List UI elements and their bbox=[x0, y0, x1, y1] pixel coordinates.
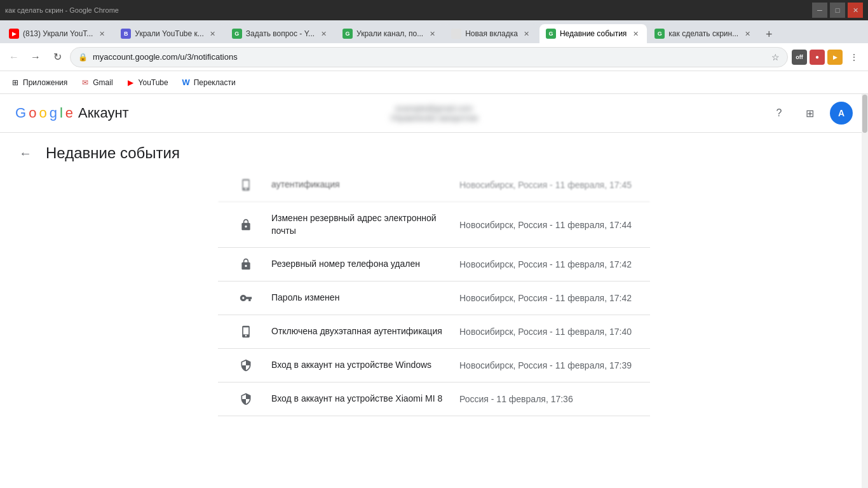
tab-close-1[interactable]: ✕ bbox=[97, 29, 107, 39]
event-location-0: Новосибирск, Россия - 11 февраля, 17:45 bbox=[459, 180, 635, 190]
blurred-user-info: example@gmail.com Управление аккаунтом bbox=[390, 104, 478, 123]
logo-g: G bbox=[15, 105, 26, 121]
tab-close-5[interactable]: ✕ bbox=[522, 29, 532, 39]
event-description-6: Вход в аккаунт на устройстве Xiaomi MI 8 bbox=[271, 393, 447, 405]
event-location-1: Новосибирск, Россия - 11 февраля, 17:44 bbox=[459, 220, 635, 230]
toolbar: ← → ↻ 🔒 myaccount.google.com/u/3/notific… bbox=[0, 43, 868, 71]
event-description-0: аутентификация bbox=[271, 179, 447, 191]
back-button[interactable]: ← bbox=[15, 143, 36, 163]
event-description-4: Отключена двухэтапная аутентификация bbox=[271, 325, 447, 338]
tab-label-6: Недавние события bbox=[560, 29, 627, 38]
extension-icon-1[interactable]: off bbox=[792, 50, 807, 65]
translate-icon: W bbox=[181, 78, 191, 88]
bookmark-youtube-label: YouTube bbox=[139, 78, 168, 87]
event-row-6: Вход в аккаунт на устройстве Xiaomi MI 8… bbox=[218, 383, 650, 416]
logo-o1: o bbox=[29, 105, 36, 121]
scrollbar-track[interactable] bbox=[862, 94, 868, 488]
bookmark-apps-label: Приложения bbox=[23, 78, 67, 87]
logo-g2: g bbox=[50, 105, 57, 121]
bookmark-youtube[interactable]: ▶ YouTube bbox=[121, 75, 173, 90]
event-description-2: Резервный номер телефона удален bbox=[271, 258, 447, 271]
tab-close-6[interactable]: ✕ bbox=[630, 29, 641, 39]
window-title-label: как сделать скрин - Google Chrome bbox=[5, 6, 119, 14]
tab-favicon-3: G bbox=[232, 29, 242, 39]
tab-close-2[interactable]: ✕ bbox=[208, 29, 218, 39]
page-header-right: ? ⊞ А bbox=[769, 102, 853, 125]
event-description-5: Вход в аккаунт на устройстве Windows bbox=[271, 359, 447, 372]
tab-close-7[interactable]: ✕ bbox=[742, 29, 752, 39]
page-header: Google Аккаунт example@gmail.com Управле… bbox=[0, 94, 868, 133]
event-row-5: Вход в аккаунт на устройстве Windows Нов… bbox=[218, 349, 650, 383]
event-location-5: Новосибирск, Россия - 11 февраля, 17:39 bbox=[459, 360, 635, 370]
tab-4[interactable]: G Украли канал, по... ✕ bbox=[336, 24, 444, 43]
event-row-0: аутентификация Новосибирск, Россия - 11 … bbox=[218, 168, 650, 202]
tab-close-3[interactable]: ✕ bbox=[318, 29, 329, 39]
user-avatar[interactable]: А bbox=[830, 102, 853, 125]
apps-grid-button[interactable]: ⊞ bbox=[799, 103, 820, 123]
forward-nav-button[interactable]: → bbox=[27, 48, 44, 66]
event-location-4: Новосибирск, Россия - 11 февраля, 17:40 bbox=[459, 327, 635, 337]
tab-bar: ▶ (813) Украли YouT... ✕ B Украли YouTub… bbox=[0, 20, 868, 43]
event-icon-3 bbox=[233, 292, 259, 304]
event-icon-1 bbox=[233, 219, 259, 231]
address-bar[interactable]: 🔒 myaccount.google.com/u/3/notifications… bbox=[70, 47, 788, 67]
bookmark-apps[interactable]: ⊞ Приложения bbox=[5, 75, 72, 90]
logo-l: l bbox=[60, 105, 63, 121]
menu-button[interactable]: ⋮ bbox=[845, 48, 863, 66]
reload-button[interactable]: ↻ bbox=[48, 48, 66, 66]
event-icon-2 bbox=[233, 258, 259, 271]
lock-icon: 🔒 bbox=[78, 53, 88, 62]
scrollbar-thumb[interactable] bbox=[862, 95, 867, 133]
event-description-1: Изменен резервный адрес электронной почт… bbox=[271, 212, 447, 237]
tab-favicon-1: ▶ bbox=[9, 29, 19, 39]
extension-icon-3[interactable]: ▶ bbox=[827, 50, 843, 65]
tab-1[interactable]: ▶ (813) Украли YouT... ✕ bbox=[3, 24, 113, 43]
google-logo: Google Аккаунт bbox=[15, 105, 129, 121]
tab-label-5: Новая вкладка bbox=[465, 29, 518, 38]
browser-titlebar: как сделать скрин - Google Chrome ─ □ ✕ bbox=[0, 0, 868, 20]
tab-label-7: как сделать скрин... bbox=[668, 29, 738, 38]
tab-6[interactable]: G Недавние события ✕ bbox=[539, 24, 647, 43]
tab-favicon-2: B bbox=[121, 29, 131, 39]
page-title: Недавние события bbox=[46, 144, 180, 162]
bookmark-translate-label: Перекласти bbox=[194, 78, 236, 87]
close-button[interactable]: ✕ bbox=[848, 3, 863, 18]
bookmarks-bar: ⊞ Приложения ✉ Gmail ▶ YouTube W Перекла… bbox=[0, 71, 868, 94]
event-row-2: Резервный номер телефона удален Новосиби… bbox=[218, 248, 650, 281]
minimize-button[interactable]: ─ bbox=[812, 3, 827, 18]
youtube-icon: ▶ bbox=[126, 78, 136, 88]
event-row-1: Изменен резервный адрес электронной почт… bbox=[218, 202, 650, 248]
tab-2[interactable]: B Украли YouTube к... ✕ bbox=[114, 24, 224, 43]
event-row-4: Отключена двухэтапная аутентификация Нов… bbox=[218, 315, 650, 349]
event-description-3: Пароль изменен bbox=[271, 292, 447, 304]
event-icon-0 bbox=[233, 179, 259, 191]
tab-label-1: (813) Украли YouT... bbox=[23, 29, 93, 38]
tab-close-4[interactable]: ✕ bbox=[427, 29, 437, 39]
bookmark-gmail-label: Gmail bbox=[93, 78, 112, 87]
tab-label-3: Задать вопрос - Y... bbox=[246, 29, 315, 38]
tab-3[interactable]: G Задать вопрос - Y... ✕ bbox=[226, 24, 335, 43]
back-nav-button[interactable]: ← bbox=[5, 48, 23, 66]
extension-icon-2[interactable]: ● bbox=[810, 50, 825, 65]
tab-favicon-7: G bbox=[654, 29, 665, 39]
tab-5[interactable]: Новая вкладка ✕ bbox=[445, 24, 538, 43]
event-icon-4 bbox=[233, 325, 259, 338]
event-row-3: Пароль изменен Новосибирск, Россия - 11 … bbox=[218, 281, 650, 315]
gmail-icon: ✉ bbox=[80, 78, 90, 88]
apps-icon: ⊞ bbox=[10, 78, 20, 88]
tab-favicon-5 bbox=[451, 29, 461, 39]
events-container: аутентификация Новосибирск, Россия - 11 … bbox=[218, 168, 650, 416]
tab-7[interactable]: G как сделать скрин... ✕ bbox=[648, 24, 759, 43]
bookmark-gmail[interactable]: ✉ Gmail bbox=[75, 75, 118, 90]
logo-e: e bbox=[65, 105, 73, 121]
new-tab-button[interactable]: + bbox=[760, 25, 778, 43]
tab-favicon-6: G bbox=[546, 29, 556, 39]
help-button[interactable]: ? bbox=[769, 103, 789, 123]
window-controls: ─ □ ✕ bbox=[812, 3, 863, 18]
tab-label-4: Украли канал, по... bbox=[356, 29, 423, 38]
bookmark-translate[interactable]: W Перекласти bbox=[176, 75, 241, 90]
maximize-button[interactable]: □ bbox=[830, 3, 845, 18]
address-text: myaccount.google.com/u/3/notifications bbox=[93, 52, 766, 62]
recent-events-header: ← Недавние события bbox=[0, 133, 868, 168]
bookmark-star-icon[interactable]: ☆ bbox=[771, 52, 780, 62]
